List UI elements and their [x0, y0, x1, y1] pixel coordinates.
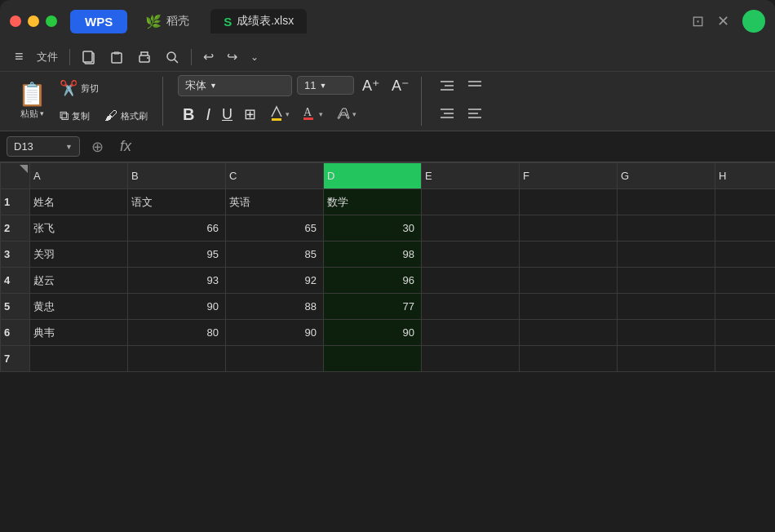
cell-4-6[interactable] — [618, 268, 715, 294]
cell-3-6[interactable] — [618, 242, 715, 268]
cell-7-3[interactable] — [324, 346, 422, 372]
row-header-7[interactable]: 7 — [1, 346, 30, 372]
cell-5-5[interactable] — [520, 294, 618, 320]
cell-6-4[interactable] — [422, 320, 520, 346]
cut-btn[interactable]: ✂️ 剪切 — [55, 76, 104, 100]
window-close-btn[interactable]: ✕ — [717, 12, 729, 30]
col-header-d[interactable]: D — [324, 163, 422, 189]
cell-2-2[interactable]: 65 — [226, 215, 324, 242]
font-name-selector[interactable]: 宋体 ▼ — [178, 75, 292, 96]
cell-7-6[interactable] — [618, 346, 715, 372]
daoke-tab[interactable]: 🌿 稻壳 — [134, 9, 201, 34]
cell-3-5[interactable] — [520, 242, 618, 268]
cell-5-2[interactable]: 88 — [226, 294, 324, 320]
cell-6-7[interactable] — [715, 320, 776, 346]
cell-5-1[interactable]: 90 — [128, 294, 226, 320]
find-btn[interactable] — [160, 47, 184, 67]
cell-3-0[interactable]: 关羽 — [30, 242, 128, 268]
row-header-5[interactable]: 5 — [1, 294, 30, 320]
row-header-2[interactable]: 2 — [1, 215, 30, 242]
cell-4-2[interactable]: 92 — [226, 268, 324, 294]
cell-6-6[interactable] — [618, 320, 715, 346]
cell-5-4[interactable] — [422, 294, 520, 320]
cell-2-5[interactable] — [520, 215, 618, 242]
cell-5-0[interactable]: 黄忠 — [30, 294, 128, 320]
row-header-3[interactable]: 3 — [1, 242, 30, 268]
clear-btn[interactable]: ▾ — [330, 103, 361, 126]
font-increase-btn[interactable]: A⁺ — [359, 75, 383, 96]
cell-7-1[interactable] — [128, 346, 226, 372]
col-header-c[interactable]: C — [226, 163, 324, 189]
font-color-dropdown[interactable]: ▾ — [319, 110, 323, 118]
cell-1-5[interactable] — [520, 189, 618, 215]
cell-2-1[interactable]: 66 — [128, 215, 226, 242]
format-painter-btn[interactable]: 🖌 格式刷 — [100, 105, 153, 126]
col-header-f[interactable]: F — [520, 163, 618, 189]
print-btn[interactable] — [132, 47, 157, 67]
file-btn[interactable]: 文件 — [32, 47, 63, 67]
cell-2-0[interactable]: 张飞 — [30, 215, 128, 242]
col-header-e[interactable]: E — [422, 163, 520, 189]
col-header-h[interactable]: H — [715, 163, 776, 189]
cell-1-1[interactable]: 语文 — [128, 189, 226, 215]
redo-btn[interactable]: ↪ — [222, 47, 242, 67]
cell-6-2[interactable]: 90 — [226, 320, 324, 346]
minimize-light[interactable] — [28, 16, 39, 27]
paste-doc-btn[interactable] — [104, 47, 129, 67]
cell-4-0[interactable]: 赵云 — [30, 268, 128, 294]
cell-3-4[interactable] — [422, 242, 520, 268]
cell-7-7[interactable] — [715, 346, 776, 372]
align-center-btn[interactable] — [435, 103, 459, 127]
col-header-a[interactable]: A — [30, 163, 128, 189]
cell-1-0[interactable]: 姓名 — [30, 189, 128, 215]
user-avatar[interactable] — [742, 10, 765, 33]
row-header-4[interactable]: 4 — [1, 268, 30, 294]
file-tab[interactable]: S 成绩表.xlsx — [210, 9, 307, 33]
cell-ref-chevron[interactable]: ▼ — [65, 143, 73, 151]
font-color-btn[interactable]: A ▾ — [296, 101, 328, 128]
cell-5-7[interactable] — [715, 294, 776, 320]
wps-tab[interactable]: WPS — [70, 10, 127, 33]
cell-6-3[interactable]: 90 — [324, 320, 422, 346]
zoom-formula-btn[interactable]: ⊕ — [86, 136, 108, 157]
align-right-btn2[interactable] — [463, 75, 487, 100]
paste-btn[interactable]: 📋 粘贴 ▾ — [13, 80, 51, 123]
copy-btn[interactable]: ⧉ 复制 — [55, 105, 95, 126]
cell-3-2[interactable]: 85 — [226, 242, 324, 268]
bold-btn[interactable]: B — [178, 103, 199, 126]
cell-3-7[interactable] — [715, 242, 776, 268]
cell-2-7[interactable] — [715, 215, 776, 242]
cell-2-4[interactable] — [422, 215, 520, 242]
font-size-selector[interactable]: 11 ▼ — [297, 76, 354, 95]
font-decrease-btn[interactable]: A⁻ — [388, 75, 413, 96]
corner-header[interactable] — [1, 163, 30, 189]
cell-4-3[interactable]: 96 — [324, 268, 422, 294]
row-header-1[interactable]: 1 — [1, 189, 30, 215]
cell-2-6[interactable] — [618, 215, 715, 242]
underline-btn[interactable]: U — [217, 104, 237, 126]
cell-6-1[interactable]: 80 — [128, 320, 226, 346]
cell-6-0[interactable]: 典韦 — [30, 320, 128, 346]
close-light[interactable] — [10, 16, 21, 27]
align-right-btn[interactable] — [435, 75, 459, 100]
cell-1-7[interactable] — [715, 189, 776, 215]
cell-7-4[interactable] — [422, 346, 520, 372]
col-header-g[interactable]: G — [618, 163, 715, 189]
menu-btn[interactable]: ≡ — [10, 46, 29, 68]
fill-color-dropdown[interactable]: ▾ — [286, 110, 290, 118]
cell-5-6[interactable] — [618, 294, 715, 320]
clear-dropdown[interactable]: ▾ — [352, 110, 356, 118]
cell-4-1[interactable]: 93 — [128, 268, 226, 294]
cell-1-2[interactable]: 英语 — [226, 189, 324, 215]
display-btn[interactable]: ⊡ — [692, 12, 704, 30]
cell-2-3[interactable]: 30 — [324, 215, 422, 242]
cell-3-1[interactable]: 95 — [128, 242, 226, 268]
align-distributed-btn[interactable] — [463, 103, 487, 127]
formula-input[interactable] — [143, 140, 768, 153]
cell-4-4[interactable] — [422, 268, 520, 294]
fill-color-btn[interactable]: ▾ — [263, 101, 294, 128]
cell-1-6[interactable] — [618, 189, 715, 215]
cell-5-3[interactable]: 77 — [324, 294, 422, 320]
more-btn[interactable]: ⌄ — [246, 49, 264, 65]
cell-6-5[interactable] — [520, 320, 618, 346]
